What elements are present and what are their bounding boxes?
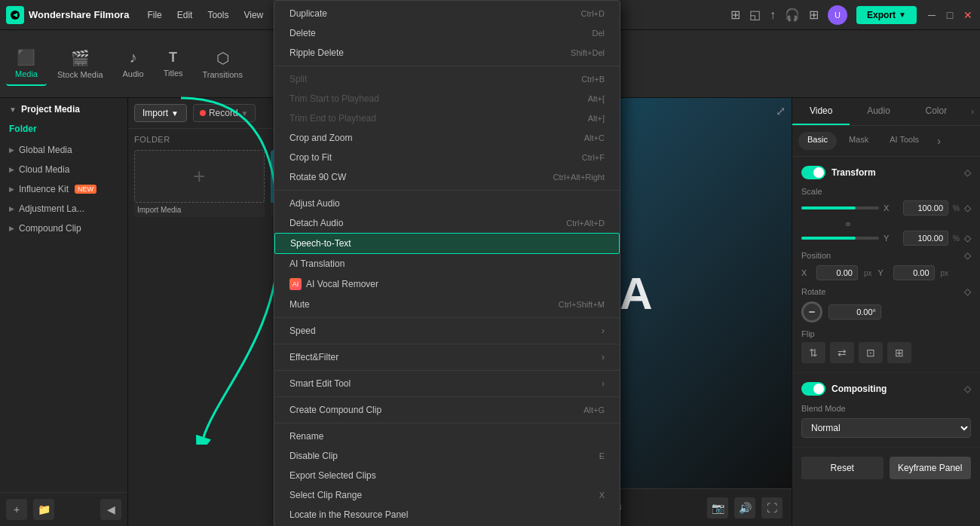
header-icon-3[interactable]: ↑	[770, 8, 776, 22]
toolbar-transitions[interactable]: ⬡ Transitions	[194, 43, 252, 85]
ctx-ripple-delete[interactable]: Ripple Delete Shift+Del	[274, 43, 620, 63]
rotate-input[interactable]	[828, 304, 881, 320]
ctx-adjust-audio[interactable]: Adjust Audio	[274, 194, 620, 213]
ctx-rotate-90[interactable]: Rotate 90 CW Ctrl+Alt+Right	[274, 167, 620, 187]
subtab-ai-tools[interactable]: AI Tools	[880, 132, 928, 150]
add-folder-button[interactable]: +	[6, 499, 27, 520]
arrow-icon: ▶	[9, 166, 14, 173]
preview-expand-button[interactable]: ⤢	[776, 104, 786, 118]
scale-x-input[interactable]	[903, 200, 948, 216]
record-button-group[interactable]: Record ▼	[193, 104, 256, 122]
ctx-delete[interactable]: Delete Del	[274, 23, 620, 43]
ctx-rename[interactable]: Rename	[274, 427, 620, 446]
menu-view[interactable]: View	[237, 7, 269, 23]
ctx-locate-resource[interactable]: Locate in the Resource Panel	[274, 505, 620, 524]
ctx-export-selected[interactable]: Export Selected Clips	[274, 466, 620, 485]
fullscreen-button[interactable]: ⛶	[761, 497, 782, 518]
scale-y-input[interactable]	[903, 231, 948, 246]
blend-mode-section: Blend Mode	[801, 403, 971, 414]
minimize-button[interactable]: ─	[926, 9, 938, 21]
sidebar-item-cloud-media[interactable]: ▶ Cloud Media	[0, 160, 127, 179]
ctx-select-range[interactable]: Select Clip Range X	[274, 485, 620, 505]
toolbar-titles[interactable]: T Titles	[155, 44, 192, 84]
header-icon-5[interactable]: ⊞	[809, 8, 819, 22]
ctx-duplicate[interactable]: Duplicate Ctrl+D	[274, 4, 620, 23]
menu-edit[interactable]: Edit	[171, 7, 199, 23]
menu-tools[interactable]: Tools	[201, 7, 234, 23]
audio-button[interactable]: 🔊	[734, 497, 755, 518]
toolbar-stock-media[interactable]: 🎬 Stock Media	[48, 43, 112, 85]
scale-y-unit: %	[953, 234, 960, 243]
flip-4-button[interactable]: ⊞	[887, 342, 911, 363]
compositing-toggle[interactable]	[801, 382, 825, 396]
ctx-crop-fit[interactable]: Crop to Fit Ctrl+F	[274, 148, 620, 167]
ctx-sep-3	[274, 317, 620, 318]
sidebar-item-adjustment[interactable]: ▶ Adjustment La...	[0, 199, 127, 219]
position-label: Position	[801, 251, 831, 260]
menu-file[interactable]: File	[141, 7, 167, 23]
tab-video[interactable]: Video	[792, 98, 850, 125]
keyframe-panel-button[interactable]: Keyframe Panel	[890, 457, 972, 479]
ctx-crop-zoom[interactable]: Crop and Zoom Alt+C	[274, 128, 620, 148]
ctx-disable-clip[interactable]: Disable Clip E	[274, 446, 620, 466]
scale-x-row: X % ◇	[801, 200, 971, 216]
rotate-dial[interactable]	[801, 301, 822, 323]
export-button[interactable]: Export ▼	[856, 6, 917, 24]
ctx-speed[interactable]: Speed ›	[274, 321, 620, 341]
ctx-effect-filter[interactable]: Effect&Filter ›	[274, 347, 620, 367]
close-button[interactable]: ✕	[962, 9, 974, 21]
arrow-icon: ▶	[9, 146, 14, 154]
header-icon-1[interactable]: ⊞	[730, 8, 740, 22]
ctx-compound-clip[interactable]: Create Compound Clip Alt+G	[274, 400, 620, 420]
tab-color[interactable]: Color	[908, 98, 965, 125]
toolbar-media[interactable]: ⬛ Media	[6, 42, 47, 86]
ctx-trim-start: Trim Start to Playhead Alt+[	[274, 89, 620, 109]
maximize-button[interactable]: □	[944, 9, 956, 21]
blend-mode-select[interactable]: NormalDissolveDarkenMultiplyScreenOverla…	[801, 418, 971, 438]
ctx-ai-translation[interactable]: AI Translation	[274, 254, 620, 274]
compositing-keyframe-icon[interactable]: ◇	[964, 384, 971, 394]
transform-section: Transform ◇ Scale X % ◇ ⚭	[792, 157, 980, 373]
scale-x-slider[interactable]	[801, 206, 879, 209]
flip-v-button[interactable]: ⇄	[830, 342, 854, 363]
flip-h-button[interactable]: ⇅	[801, 342, 825, 363]
ctx-mute[interactable]: Mute Ctrl+Shift+M	[274, 295, 620, 314]
ctx-speech-to-text[interactable]: Speech-to-Text	[274, 233, 620, 254]
sidebar-item-influence-kit[interactable]: ▶ Influence Kit NEW	[0, 179, 127, 199]
ctx-smart-edit[interactable]: Smart Edit Tool ›	[274, 374, 620, 393]
subtab-basic[interactable]: Basic	[798, 132, 837, 150]
ctx-detach-audio[interactable]: Detach Audio Ctrl+Alt+D	[274, 213, 620, 233]
pos-y-label: Y	[878, 268, 887, 277]
reset-button[interactable]: Reset	[801, 457, 884, 479]
scale-y-slider[interactable]	[801, 237, 879, 240]
folder-button[interactable]: 📁	[33, 499, 54, 520]
snapshot-button[interactable]: 📷	[707, 497, 728, 518]
transform-keyframe-icon[interactable]: ◇	[964, 167, 971, 178]
add-media-thumb[interactable]: +	[134, 150, 265, 203]
collapse-sidebar-button[interactable]: ◀	[100, 499, 121, 520]
pos-x-input[interactable]	[816, 265, 858, 280]
scale-y-keyframe[interactable]: ◇	[964, 233, 971, 243]
subtab-mask[interactable]: Mask	[840, 132, 877, 150]
tab-audio[interactable]: Audio	[850, 98, 907, 125]
ctx-trim-end: Trim End to Playhead Alt+]	[274, 109, 620, 128]
tabs-more-button[interactable]: ›	[965, 98, 980, 125]
pos-y-input[interactable]	[893, 265, 935, 280]
sidebar-item-global-media[interactable]: ▶ Global Media	[0, 140, 127, 160]
rotate-keyframe-icon[interactable]: ◇	[964, 286, 971, 297]
import-button[interactable]: Import ▼	[134, 104, 187, 122]
transform-toggle[interactable]	[801, 166, 825, 179]
header-icon-2[interactable]: ◱	[749, 8, 761, 22]
left-sidebar: ▼ Project Media Folder ▶ Global Media ▶ …	[0, 98, 128, 526]
flip-3-button[interactable]: ⊡	[859, 342, 883, 363]
header-icon-4[interactable]: 🎧	[785, 8, 800, 22]
toolbar-audio[interactable]: ♪ Audio	[114, 43, 153, 84]
scale-x-keyframe[interactable]: ◇	[964, 203, 971, 213]
sidebar-item-compound-clip[interactable]: ▶ Compound Clip	[0, 219, 127, 238]
position-keyframe-icon[interactable]: ◇	[964, 250, 971, 261]
subtabs-more-button[interactable]: ›	[931, 132, 947, 150]
user-avatar[interactable]: U	[828, 5, 847, 25]
media-item-add[interactable]: + Import Media	[134, 150, 265, 217]
scale-section: Scale X % ◇ ⚭ Y	[801, 187, 971, 246]
ctx-ai-vocal[interactable]: AI AI Vocal Remover	[274, 274, 620, 295]
